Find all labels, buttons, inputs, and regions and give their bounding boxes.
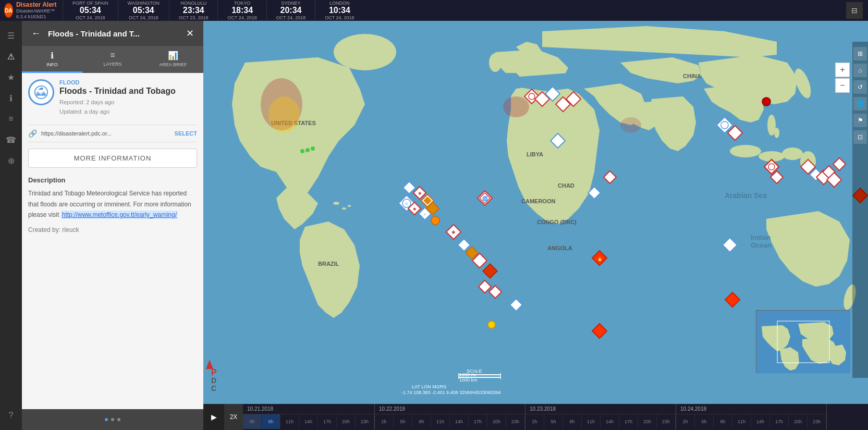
timeline-hour[interactable]: 14h bbox=[751, 414, 770, 429]
timeline-hour[interactable]: 5h bbox=[695, 414, 714, 429]
panel-header: ← Floods - Trinidad and T... ✕ bbox=[22, 21, 203, 46]
timeline-hour[interactable]: 5h bbox=[394, 414, 412, 429]
timeline-hour[interactable]: 20h bbox=[487, 414, 506, 429]
sidebar-help-btn[interactable]: ? bbox=[2, 406, 20, 425]
timeline-bar[interactable]: 10.21.2018 5h 8h 11h 14h 17h 20h 23h 10.… bbox=[243, 404, 868, 430]
timeline-hour[interactable]: 17h bbox=[469, 414, 487, 429]
svg-text:ANGOLA: ANGOLA bbox=[547, 245, 572, 251]
svg-text:LIBYA: LIBYA bbox=[527, 151, 543, 157]
timeline-hour[interactable]: 17h bbox=[619, 414, 638, 429]
sidebar-zoom-home-btn[interactable]: ⌂ bbox=[853, 64, 867, 77]
svg-text:Arabian Sea: Arabian Sea bbox=[725, 191, 767, 200]
app-logo: DA Disaster Alert DisasterAWARE™ 6.3.4 b… bbox=[0, 0, 63, 21]
city-time-0: PORT OF SPAIN 05:34 OCT 24, 2018 bbox=[63, 1, 118, 20]
timeline-hour[interactable]: 23h bbox=[506, 414, 525, 429]
panel-back-button[interactable]: ← bbox=[28, 27, 44, 40]
timeline-hours-1: 2h 5h 8h 11h 14h 17h 20h 23h bbox=[375, 414, 525, 430]
svg-text:Indian: Indian bbox=[751, 234, 771, 241]
sidebar-globe-btn[interactable]: 🌐 bbox=[853, 97, 867, 110]
city-time-4: SYDNEY 20:34 OCT 24, 2018 bbox=[266, 1, 315, 20]
timeline-hour[interactable]: 11h bbox=[280, 414, 299, 429]
svg-point-69 bbox=[488, 321, 495, 328]
svg-point-5 bbox=[348, 205, 351, 207]
timeline-hour[interactable]: 14h bbox=[299, 414, 318, 429]
description-link[interactable]: http://www.metoffice.gov.tt/early_warnin… bbox=[61, 211, 178, 219]
description-label: Description bbox=[28, 176, 197, 184]
more-information-button[interactable]: MORE INFORMATION bbox=[28, 149, 197, 168]
description-text: Trinidad and Tobago Meteorological Servi… bbox=[28, 188, 197, 220]
timeline-hour[interactable]: 5h bbox=[243, 414, 262, 429]
sidebar-location-btn[interactable]: ⊕ bbox=[2, 151, 20, 170]
timeline-date-3: 10.24.2018 bbox=[676, 404, 826, 414]
timeline-date-1: 10.22.2018 bbox=[375, 404, 525, 414]
timeline-hour[interactable]: 8h bbox=[412, 414, 431, 429]
timeline-hour[interactable]: 20h bbox=[337, 414, 356, 429]
event-icon bbox=[28, 79, 54, 105]
sidebar-layers-btn[interactable]: ≡ bbox=[2, 109, 20, 128]
timeline-hour[interactable]: 8h bbox=[262, 414, 280, 429]
timeline-hour[interactable]: 23h bbox=[356, 414, 374, 429]
timeline-hour[interactable]: 23h bbox=[808, 414, 826, 429]
zoom-in-button[interactable]: + bbox=[835, 63, 850, 77]
timeline-hour[interactable]: 14h bbox=[601, 414, 619, 429]
left-sidebar: ☰ ⚠ ★ ℹ ≡ ☎ ⊕ ? bbox=[0, 21, 22, 430]
flood-icon bbox=[34, 85, 48, 100]
event-reported: Reported: 2 days ago bbox=[59, 98, 176, 107]
event-header: FLOOD Floods - Trinidad and Tobago Repor… bbox=[28, 79, 197, 116]
tab-layers[interactable]: ≡ LAYERS bbox=[82, 46, 143, 73]
sidebar-box-btn[interactable]: ⊡ bbox=[853, 130, 867, 144]
sidebar-favorites-btn[interactable]: ★ bbox=[2, 68, 20, 87]
city-time-3: TOKYO 18:34 OCT 24, 2018 bbox=[217, 1, 266, 20]
svg-text:BRAZIL: BRAZIL bbox=[318, 261, 339, 267]
topbar-menu-icon[interactable]: ⊟ bbox=[846, 2, 863, 19]
svg-text:D: D bbox=[211, 376, 216, 385]
timeline-hour[interactable]: 8h bbox=[714, 414, 732, 429]
mini-map bbox=[756, 310, 850, 373]
svg-text:CAMEROON: CAMEROON bbox=[521, 198, 555, 204]
timeline-hour[interactable]: 17h bbox=[770, 414, 789, 429]
tab-area-brief[interactable]: 📊 AREA BRIEF bbox=[143, 46, 203, 73]
tab-info[interactable]: ℹ INFO bbox=[22, 46, 82, 73]
url-select-button[interactable]: SELECT bbox=[175, 130, 197, 137]
zoom-out-button[interactable]: − bbox=[835, 78, 850, 93]
area-brief-tab-label: AREA BRIEF bbox=[159, 62, 187, 67]
timeline-hour[interactable]: 17h bbox=[318, 414, 337, 429]
svg-point-10 bbox=[730, 145, 761, 157]
sidebar-flag-btn[interactable]: ⚑ bbox=[853, 114, 867, 127]
area-brief-tab-icon: 📊 bbox=[168, 51, 178, 60]
timeline-hour[interactable]: 11h bbox=[582, 414, 601, 429]
timeline-speed-button[interactable]: 2X bbox=[224, 404, 243, 430]
timeline-section-3: 10.24.2018 2h 5h 8h 11h 14h 17h 20h 23h bbox=[676, 404, 827, 430]
event-category: FLOOD bbox=[59, 79, 176, 85]
timeline-hour[interactable]: 20h bbox=[638, 414, 657, 429]
svg-point-4 bbox=[342, 207, 346, 210]
sidebar-menu-btn[interactable]: ☰ bbox=[2, 26, 20, 45]
timeline-hour[interactable]: 11h bbox=[732, 414, 751, 429]
svg-text:1000 km: 1000 km bbox=[459, 377, 478, 383]
timeline-hour[interactable]: 8h bbox=[563, 414, 582, 429]
timeline-hour[interactable]: 2h bbox=[525, 414, 544, 429]
footer-dot-1 bbox=[105, 418, 108, 421]
panel-title: Floods - Trinidad and T... bbox=[48, 29, 179, 38]
svg-point-6 bbox=[489, 53, 502, 72]
panel-close-button[interactable]: ✕ bbox=[183, 27, 197, 40]
timeline-play-button[interactable]: ▶ bbox=[203, 404, 224, 430]
map-area[interactable]: UNITED STATES BRAZIL CHINA LIBYA CHAD CA… bbox=[203, 21, 868, 404]
timeline-hour[interactable]: 20h bbox=[789, 414, 808, 429]
right-sidebar: ⊞ ⌂ ↺ 🌐 ⚑ ⊡ bbox=[852, 42, 868, 378]
sidebar-info-btn[interactable]: ℹ bbox=[2, 89, 20, 107]
timeline-hour[interactable]: 2h bbox=[676, 414, 695, 429]
sidebar-grid-btn[interactable]: ⊞ bbox=[853, 47, 867, 60]
timeline-hour[interactable]: 14h bbox=[450, 414, 469, 429]
sidebar-contacts-btn[interactable]: ☎ bbox=[2, 130, 20, 149]
timeline-hour[interactable]: 23h bbox=[657, 414, 676, 429]
timeline-hour[interactable]: 11h bbox=[431, 414, 450, 429]
event-panel: ← Floods - Trinidad and T... ✕ ℹ INFO ≡ … bbox=[22, 21, 203, 430]
sidebar-rotate-btn[interactable]: ↺ bbox=[853, 80, 867, 94]
timeline-hour[interactable]: 2h bbox=[375, 414, 394, 429]
layers-tab-label: LAYERS bbox=[104, 62, 122, 67]
svg-text:P: P bbox=[211, 368, 217, 377]
topbar: DA Disaster Alert DisasterAWARE™ 6.3.4 b… bbox=[0, 0, 868, 21]
timeline-hour[interactable]: 5h bbox=[544, 414, 563, 429]
sidebar-alerts-btn[interactable]: ⚠ bbox=[2, 47, 20, 66]
